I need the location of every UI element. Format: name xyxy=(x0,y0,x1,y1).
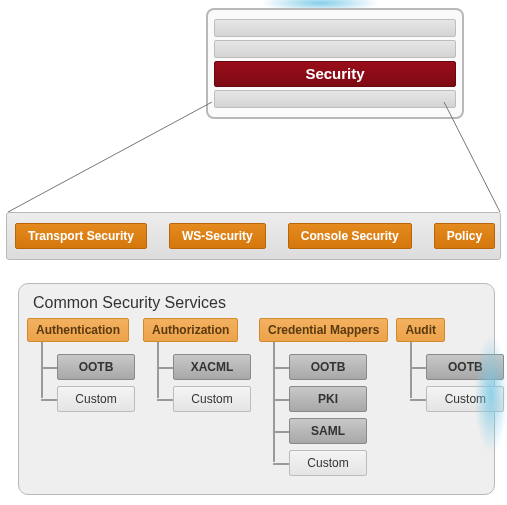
service-tree: OOTBCustom xyxy=(41,342,135,412)
category-ws-security: WS-Security xyxy=(169,223,266,249)
tree-node: Custom xyxy=(273,450,388,476)
tree-node-label: OOTB xyxy=(57,354,135,380)
tree-node: Custom xyxy=(41,386,135,412)
category-policy: Policy xyxy=(434,223,495,249)
tree-node-label: PKI xyxy=(289,386,367,412)
stack-layer-generic xyxy=(214,40,456,58)
common-security-services-panel: Common Security Services AuthenticationO… xyxy=(18,283,495,495)
stack-layer-generic xyxy=(214,90,456,108)
service-columns: AuthenticationOOTBCustomAuthorizationXAC… xyxy=(27,318,486,476)
panel-title: Common Security Services xyxy=(33,294,486,312)
tree-node: OOTB xyxy=(273,354,388,380)
stack-layer-generic xyxy=(214,19,456,37)
service-column-header: Authorization xyxy=(143,318,238,342)
tree-node-label: XACML xyxy=(173,354,251,380)
tree-node-label: OOTB xyxy=(289,354,367,380)
tree-node-label: Custom xyxy=(57,386,135,412)
architecture-stack: Security xyxy=(206,8,464,119)
tree-node: XACML xyxy=(157,354,251,380)
decorative-arc xyxy=(474,334,507,454)
tree-node: Custom xyxy=(157,386,251,412)
category-transport-security: Transport Security xyxy=(15,223,147,249)
tree-node: OOTB xyxy=(41,354,135,380)
tree-node-label: SAML xyxy=(289,418,367,444)
tree-node-label: Custom xyxy=(173,386,251,412)
category-console-security: Console Security xyxy=(288,223,412,249)
tree-node: SAML xyxy=(273,418,388,444)
service-tree: OOTBPKISAMLCustom xyxy=(273,342,388,476)
svg-line-0 xyxy=(8,102,212,212)
security-categories-bar: Transport Security WS-Security Console S… xyxy=(6,212,501,260)
stack-layer-security: Security xyxy=(214,61,456,87)
service-column-header: Credential Mappers xyxy=(259,318,388,342)
tree-node: PKI xyxy=(273,386,388,412)
service-column-header: Audit xyxy=(396,318,445,342)
service-column: Credential MappersOOTBPKISAMLCustom xyxy=(259,318,388,476)
service-column: AuthenticationOOTBCustom xyxy=(27,318,135,412)
service-column: AuthorizationXACMLCustom xyxy=(143,318,251,412)
service-column-header: Authentication xyxy=(27,318,129,342)
tree-node-label: Custom xyxy=(289,450,367,476)
service-tree: XACMLCustom xyxy=(157,342,251,412)
